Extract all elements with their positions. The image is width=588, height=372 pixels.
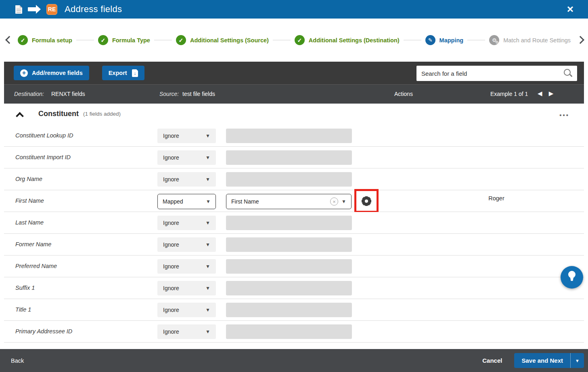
destination-field-label: Last Name — [15, 219, 44, 226]
source-field-disabled — [226, 172, 352, 187]
source-field-disabled — [226, 259, 352, 274]
save-split-button: Save and Next ▼ — [514, 353, 584, 368]
destination-field-label: Suffix 1 — [15, 285, 35, 291]
table-row: Primary Addressee ID Ignore ▼ — [4, 321, 584, 343]
table-row: Title 1 Ignore ▼ — [4, 299, 584, 321]
annotation-highlight-box — [354, 189, 379, 213]
example-column-header: Example 1 of 1 — [490, 91, 528, 97]
destination-value: RENXT fields — [51, 91, 85, 97]
stepper-connector — [154, 40, 172, 40]
mapping-type-dropdown[interactable]: Ignore ▼ — [157, 129, 216, 143]
table-header: Destination: RENXT fields Source: test f… — [4, 85, 584, 104]
source-field-disabled — [226, 324, 352, 339]
page-title: Address fields — [65, 4, 122, 15]
gears-icon: ⚙⚙ — [489, 35, 499, 45]
step-match-and-route-settings[interactable]: ⚙⚙ Match and Route Settings — [489, 35, 571, 45]
field-settings-gear-icon[interactable] — [360, 195, 372, 207]
search-icon[interactable] — [563, 68, 573, 79]
pencil-icon: ✎ — [425, 35, 435, 45]
plus-circle-icon: + — [20, 69, 28, 77]
save-options-dropdown-icon[interactable]: ▼ — [570, 353, 584, 368]
actions-column-header: Actions — [394, 91, 413, 97]
stepper-connector — [467, 40, 485, 40]
step-mapping[interactable]: ✎ Mapping — [425, 35, 464, 45]
back-button[interactable]: Back — [11, 357, 24, 364]
search-input[interactable] — [416, 70, 563, 77]
source-field-dropdown[interactable]: First Name × ▼ — [226, 194, 352, 209]
wizard-stepper: ✓ Formula setup ✓ Formula Type ✓ Additio… — [0, 19, 588, 62]
check-icon: ✓ — [18, 35, 28, 45]
step-formula-setup[interactable]: ✓ Formula setup — [18, 35, 72, 45]
stepper-connector — [404, 40, 421, 40]
chevron-down-icon: ▼ — [205, 307, 210, 313]
destination-label: Destination: — [14, 91, 44, 97]
step-formula-type[interactable]: ✓ Formula Type — [98, 35, 150, 45]
mapping-type-dropdown[interactable]: Ignore ▼ — [157, 281, 216, 295]
mapping-type-dropdown[interactable]: Ignore ▼ — [157, 216, 216, 230]
table-row: Former Name Ignore ▼ — [4, 234, 584, 256]
help-lightbulb-button[interactable] — [561, 266, 583, 289]
chevron-down-icon: ▼ — [341, 199, 346, 204]
footer-bar: Back Cancel Save and Next ▼ — [0, 349, 588, 372]
table-row: Last Name Ignore ▼ — [4, 212, 584, 234]
titlebar: RE Address fields × — [0, 0, 588, 19]
mapping-type-dropdown[interactable]: Ignore ▼ — [157, 150, 216, 165]
step-label: Formula setup — [32, 37, 72, 44]
mapping-type-dropdown[interactable]: Ignore ▼ — [157, 324, 216, 339]
destination-field-label: Preferred Name — [15, 263, 57, 269]
destination-field-label: Title 1 — [15, 306, 31, 313]
chevron-down-icon: ▼ — [205, 177, 210, 182]
table-row: Constituent Import ID Ignore ▼ — [4, 147, 584, 168]
step-additional-settings-source[interactable]: ✓ Additional Settings (Source) — [176, 35, 269, 45]
lightbulb-icon — [568, 271, 575, 278]
stepper-connector — [273, 40, 291, 40]
collapse-section-icon[interactable] — [16, 112, 24, 120]
close-icon[interactable]: × — [561, 4, 579, 15]
table-row: Preferred Name Ignore ▼ — [4, 256, 584, 277]
field-rows: Constituent Lookup ID Ignore ▼ Constitue… — [4, 125, 584, 343]
step-label: Additional Settings (Source) — [190, 37, 269, 44]
step-label: Match and Route Settings — [503, 37, 571, 44]
chevron-down-icon: ▼ — [206, 199, 211, 204]
source-label: Source: — [159, 91, 179, 97]
source-field-disabled — [226, 216, 352, 230]
step-additional-settings-destination[interactable]: ✓ Additional Settings (Destination) — [295, 35, 400, 45]
example-value: Roger — [464, 195, 529, 202]
step-label: Formula Type — [112, 37, 150, 44]
check-icon: ✓ — [295, 35, 305, 45]
table-row: Org Name Ignore ▼ — [4, 168, 584, 190]
table-row: Constituent Lookup ID Ignore ▼ — [4, 125, 584, 147]
export-button[interactable]: Export — [102, 66, 144, 80]
cancel-button[interactable]: Cancel — [482, 357, 502, 364]
section-overflow-menu-icon[interactable]: ••• — [559, 112, 569, 118]
chevron-down-icon: ▼ — [205, 155, 210, 160]
source-file-icon — [15, 5, 22, 14]
destination-field-label: Org Name — [15, 176, 42, 182]
app-window: RE Address fields × ✓ Formula setup ✓ Fo… — [0, 0, 588, 372]
section-header-constituent: Constituent (1 fields added) ••• — [4, 104, 584, 125]
mapping-toolbar: + Add/remove fields Export — [4, 62, 584, 85]
stepper-connector — [76, 40, 94, 40]
mapping-type-dropdown[interactable]: Ignore ▼ — [157, 303, 216, 317]
section-fields-added-count: (1 fields added) — [83, 111, 121, 117]
field-search — [416, 66, 577, 81]
add-remove-fields-button[interactable]: + Add/remove fields — [14, 66, 89, 80]
destination-field-label: Constituent Lookup ID — [15, 132, 73, 139]
chevron-down-icon: ▼ — [205, 242, 210, 247]
check-icon: ✓ — [176, 35, 186, 45]
chevron-down-icon: ▼ — [205, 220, 210, 226]
save-and-next-button[interactable]: Save and Next — [514, 353, 570, 368]
arrow-right-icon — [28, 7, 37, 11]
source-field-disabled — [226, 150, 352, 165]
mapping-panel: + Add/remove fields Export Destination: … — [4, 62, 584, 343]
mapping-type-dropdown[interactable]: Mapped ▼ — [157, 194, 216, 209]
mapping-type-dropdown[interactable]: Ignore ▼ — [157, 172, 216, 187]
mapping-type-dropdown[interactable]: Ignore ▼ — [157, 237, 216, 252]
source-field-disabled — [226, 237, 352, 252]
table-row: Suffix 1 Ignore ▼ — [4, 277, 584, 299]
clear-mapping-icon[interactable]: × — [330, 197, 338, 206]
re-destination-badge: RE — [46, 4, 57, 15]
example-prev-next-icons[interactable]: ◀ ▶ — [538, 90, 556, 97]
destination-field-label: Former Name — [15, 241, 51, 247]
mapping-type-dropdown[interactable]: Ignore ▼ — [157, 259, 216, 274]
